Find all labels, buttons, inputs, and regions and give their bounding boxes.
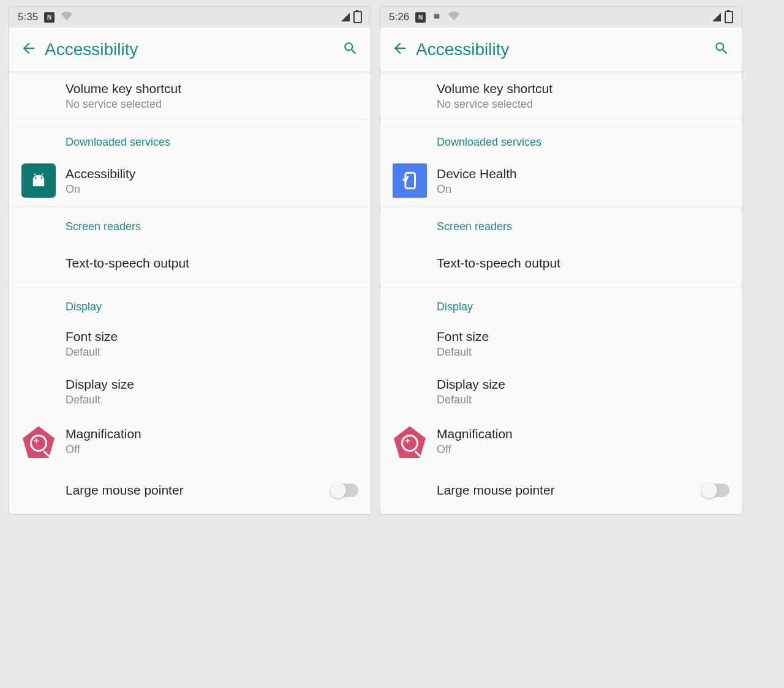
setting-subtitle: Off [437, 443, 729, 456]
setting-accessibility-service[interactable]: Accessibility On [9, 155, 371, 207]
setting-magnification[interactable]: Magnification Off [9, 415, 371, 466]
search-button[interactable] [714, 40, 729, 59]
setting-title: Font size [66, 329, 358, 345]
status-bar: 5:26 N [380, 7, 742, 28]
setting-title: Text-to-speech output [66, 255, 358, 271]
status-time: 5:35 [18, 11, 38, 23]
setting-title: Text-to-speech output [437, 255, 729, 271]
page-title: Accessibility [45, 40, 342, 59]
setting-subtitle: No service selected [437, 98, 729, 111]
setting-title: Volume key shortcut [437, 81, 729, 97]
setting-subtitle: Default [66, 346, 358, 359]
setting-volume-key-shortcut[interactable]: Volume key shortcut No service selected [9, 72, 371, 120]
page-title: Accessibility [416, 40, 714, 59]
section-header-downloaded: Downloaded services [380, 120, 742, 155]
section-header-display: Display [380, 287, 742, 320]
signal-icon [341, 13, 350, 21]
setting-display-size[interactable]: Display size Default [9, 367, 371, 415]
setting-title: Display size [66, 376, 358, 392]
android-icon [21, 163, 56, 198]
setting-title: Display size [437, 376, 729, 392]
magnification-icon [393, 424, 427, 458]
toggle-large-mouse[interactable] [703, 484, 729, 497]
search-button[interactable] [342, 40, 358, 59]
setting-display-size[interactable]: Display size Default [380, 367, 742, 415]
setting-title: Font size [437, 329, 729, 345]
signal-icon [712, 13, 721, 21]
app-bar: Accessibility [9, 28, 371, 72]
section-header-screen-readers: Screen readers [380, 207, 742, 239]
setting-font-size[interactable]: Font size Default [9, 320, 371, 367]
setting-title: Large mouse pointer [437, 482, 693, 498]
notification-icon: N [415, 12, 426, 23]
svg-point-1 [41, 178, 43, 179]
status-time: 5:26 [389, 11, 409, 23]
setting-title: Large mouse pointer [66, 482, 322, 498]
setting-subtitle: Off [66, 443, 358, 456]
toggle-large-mouse[interactable] [331, 484, 358, 497]
setting-subtitle: On [66, 183, 358, 196]
section-header-display: Display [9, 287, 371, 320]
setting-subtitle: On [437, 183, 729, 196]
setting-tts-output[interactable]: Text-to-speech output [380, 239, 742, 287]
device-health-icon [393, 163, 427, 198]
svg-rect-2 [405, 173, 415, 189]
setting-title: Accessibility [66, 166, 358, 182]
android-debug-icon [432, 11, 442, 24]
setting-subtitle: No service selected [66, 98, 358, 111]
section-header-downloaded: Downloaded services [9, 120, 371, 155]
setting-subtitle: Default [437, 346, 729, 359]
setting-device-health-service[interactable]: Device Health On [380, 155, 742, 207]
setting-volume-key-shortcut[interactable]: Volume key shortcut No service selected [380, 72, 742, 120]
battery-icon [353, 11, 362, 23]
phone-right: 5:26 N Accessibility [380, 6, 742, 515]
wifi-icon [448, 11, 460, 24]
setting-title: Volume key shortcut [66, 81, 358, 97]
back-button[interactable] [20, 40, 45, 60]
setting-title: Magnification [437, 426, 729, 442]
app-bar: Accessibility [380, 28, 742, 72]
magnification-icon [21, 424, 56, 458]
setting-magnification[interactable]: Magnification Off [380, 415, 742, 466]
battery-icon [725, 11, 733, 23]
status-bar: 5:35 N [9, 7, 371, 28]
setting-title: Magnification [66, 426, 358, 442]
setting-title: Device Health [437, 166, 729, 182]
notification-icon: N [44, 12, 55, 23]
section-header-screen-readers: Screen readers [9, 207, 371, 239]
setting-font-size[interactable]: Font size Default [380, 320, 742, 367]
setting-large-mouse-pointer[interactable]: Large mouse pointer [9, 466, 371, 514]
back-button[interactable] [391, 40, 416, 60]
setting-tts-output[interactable]: Text-to-speech output [9, 239, 371, 287]
setting-subtitle: Default [66, 394, 358, 406]
svg-point-0 [35, 178, 37, 179]
phone-left: 5:35 N Accessibility [9, 6, 371, 515]
setting-large-mouse-pointer[interactable]: Large mouse pointer [380, 466, 742, 514]
setting-subtitle: Default [437, 394, 729, 406]
wifi-icon [61, 11, 73, 24]
